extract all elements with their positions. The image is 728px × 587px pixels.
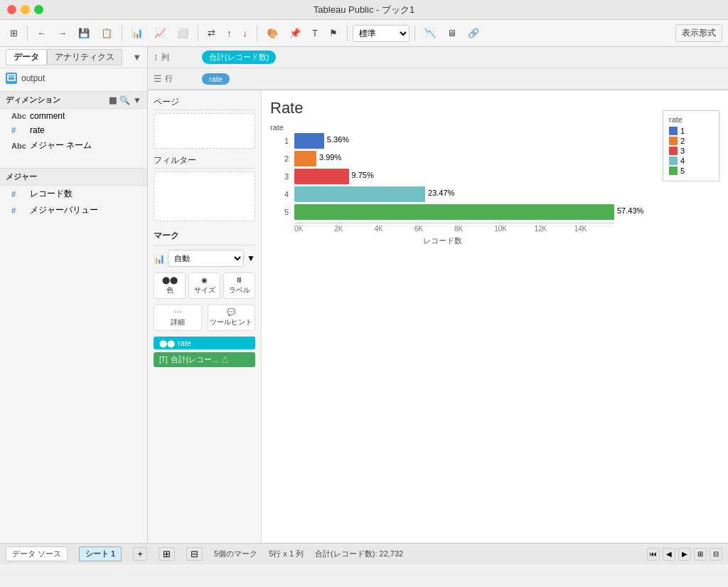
window-title: Tableau Public - ブック1 bbox=[314, 4, 414, 16]
text-btn[interactable]: T bbox=[308, 25, 322, 41]
sort-asc-button[interactable]: ↑ bbox=[223, 25, 236, 41]
color-marks-btn[interactable]: ⬤⬤ 色 bbox=[154, 273, 186, 299]
tab-data[interactable]: データ bbox=[6, 49, 47, 65]
label-label: ラベル bbox=[229, 285, 250, 295]
display-format-button[interactable]: 表示形式 bbox=[675, 24, 722, 42]
marks-dropdown-icon[interactable]: ▼ bbox=[247, 253, 255, 263]
marks-type-select[interactable]: 自動 bbox=[168, 250, 244, 267]
sum-pill-icon: [T] bbox=[159, 356, 168, 364]
size-icon: ◉ bbox=[201, 276, 208, 284]
legend-item-3: 3 bbox=[669, 147, 713, 155]
bar-area-2: 3.99% bbox=[294, 151, 614, 166]
shelf-area: ⫶ 列 合計(レコード数) ☰ 行 rate bbox=[148, 47, 728, 90]
sheet-tab[interactable]: シート 1 bbox=[79, 546, 122, 561]
data-source-row[interactable]: output bbox=[0, 68, 147, 88]
chart-type-btn[interactable]: 📉 bbox=[420, 25, 440, 41]
tooltip-marks-btn[interactable]: 💬 ツールヒント bbox=[208, 305, 256, 331]
legend-label-5: 5 bbox=[680, 166, 685, 175]
minimize-button[interactable] bbox=[21, 5, 30, 14]
rows-text: 行 bbox=[165, 73, 173, 84]
dim-comment[interactable]: Abc comment bbox=[0, 109, 147, 123]
view-select[interactable]: 標準 bbox=[353, 25, 410, 42]
sum-pill[interactable]: [T] 合計(レコー... △ bbox=[154, 352, 255, 367]
swap-button[interactable]: ⇄ bbox=[203, 25, 220, 41]
nav-next-button[interactable]: ▶ bbox=[678, 548, 691, 561]
legend-label-1: 1 bbox=[680, 127, 685, 135]
legend-box: rate 1 2 3 4 bbox=[663, 110, 719, 181]
bar-area-3: 9.75% bbox=[294, 169, 614, 184]
filter-drop-area[interactable] bbox=[154, 171, 255, 221]
dim-measure-name[interactable]: Abc メジャー ネーム bbox=[0, 137, 147, 154]
label-marks-btn[interactable]: Ⅲ ラベル bbox=[223, 273, 255, 299]
marks-header: マーク bbox=[154, 230, 255, 245]
x-tick-2k: 2K bbox=[334, 223, 374, 233]
dimensions-header: ディメンション ▦ 🔍 ▼ bbox=[0, 91, 147, 109]
forward-button[interactable]: → bbox=[53, 25, 71, 41]
rows-label: ☰ 行 bbox=[154, 73, 196, 84]
measure-type-hash1: # bbox=[11, 190, 26, 199]
chart-btn3[interactable]: ⬜ bbox=[173, 25, 193, 41]
mark-btn[interactable]: ⚑ bbox=[325, 25, 342, 41]
share-btn[interactable]: 🔗 bbox=[464, 25, 483, 41]
chart-btn2[interactable]: 📈 bbox=[150, 25, 170, 41]
new-sheet-button[interactable]: + bbox=[133, 547, 147, 561]
bar-row-1: 1 5.36% bbox=[282, 133, 614, 149]
bar-label-3: 3 bbox=[282, 172, 289, 181]
marks-type-row: 📊 自動 ▼ bbox=[154, 250, 255, 267]
grid-icon[interactable]: ⊞ bbox=[6, 25, 22, 41]
back-button[interactable]: ← bbox=[33, 25, 50, 41]
marks-buttons-grid: ⬤⬤ 色 ◉ サイズ Ⅲ ラベル bbox=[154, 273, 255, 299]
menu-icon[interactable]: ▼ bbox=[133, 95, 141, 105]
section-icons: ▦ 🔍 ▼ bbox=[109, 95, 141, 105]
legend-label-3: 3 bbox=[680, 147, 685, 155]
maximize-button[interactable] bbox=[34, 5, 43, 14]
legend-swatch-1 bbox=[669, 127, 678, 135]
device-btn[interactable]: 🖥 bbox=[443, 25, 461, 41]
nav-grid2-button[interactable]: ⊟ bbox=[710, 548, 722, 561]
toolbar-right: 表示形式 bbox=[675, 24, 722, 42]
chart-btn1[interactable]: 📊 bbox=[127, 25, 147, 41]
marks-detail-row: ⋯ 詳細 💬 ツールヒント bbox=[154, 305, 255, 331]
sep1 bbox=[27, 26, 28, 41]
measure-record-count[interactable]: # レコード数 bbox=[0, 186, 147, 202]
nav-prev-button[interactable]: ◀ bbox=[663, 548, 675, 561]
dim-type-abc2: Abc bbox=[11, 142, 26, 150]
sep6 bbox=[414, 26, 415, 41]
sheet-view-button[interactable]: ⊟ bbox=[186, 547, 203, 561]
nav-grid1-button[interactable]: ⊞ bbox=[694, 548, 707, 561]
workspace: ⫶ 列 合計(レコード数) ☰ 行 rate ページ bbox=[148, 47, 728, 543]
measure-measure-value[interactable]: # メジャーバリュー bbox=[0, 202, 147, 218]
new-datasource-button[interactable]: 📋 bbox=[97, 25, 117, 41]
pin-btn[interactable]: 📌 bbox=[285, 25, 305, 41]
columns-label: ⫶ 列 bbox=[154, 52, 196, 63]
panel-menu-icon[interactable]: ▼ bbox=[132, 52, 141, 63]
size-marks-btn[interactable]: ◉ サイズ bbox=[188, 273, 220, 299]
color-btn[interactable]: 🎨 bbox=[262, 25, 282, 41]
tooltip-label: ツールヒント bbox=[210, 317, 252, 327]
bar-pct-3: 9.75% bbox=[352, 171, 374, 179]
window-controls[interactable] bbox=[7, 5, 43, 14]
rate-pill[interactable]: ⬤⬤ rate bbox=[154, 337, 255, 349]
bar-pct-1: 5.36% bbox=[327, 135, 349, 144]
measures-header: メジャー bbox=[0, 168, 147, 186]
sep5 bbox=[347, 26, 348, 41]
nav-first-button[interactable]: ⏮ bbox=[647, 548, 660, 561]
rows-pill[interactable]: rate bbox=[202, 73, 230, 85]
columns-shelf: ⫶ 列 合計(レコード数) bbox=[148, 47, 728, 68]
search-icon[interactable]: 🔍 bbox=[119, 95, 130, 105]
columns-pill[interactable]: 合計(レコード数) bbox=[202, 51, 276, 64]
dim-rate[interactable]: # rate bbox=[0, 123, 147, 137]
data-source-tab[interactable]: データ ソース bbox=[6, 546, 68, 561]
close-button[interactable] bbox=[7, 5, 16, 14]
chart-container: Rate rate 1 5.36% bbox=[270, 99, 657, 534]
detail-marks-btn[interactable]: ⋯ 詳細 bbox=[154, 305, 202, 331]
sheet-grid-button[interactable]: ⊞ bbox=[159, 547, 175, 561]
toolbar: ⊞ ← → 💾 📋 📊 📈 ⬜ ⇄ ↑ ↓ 🎨 📌 T ⚑ 標準 📉 🖥 🔗 表… bbox=[0, 20, 728, 47]
sort-desc-button[interactable]: ↓ bbox=[239, 25, 252, 41]
bar-5 bbox=[294, 204, 614, 220]
dim-type-hash: # bbox=[11, 126, 26, 134]
save-button[interactable]: 💾 bbox=[74, 25, 94, 41]
grid-view-icon[interactable]: ▦ bbox=[109, 95, 117, 105]
tab-analytics[interactable]: アナリティクス bbox=[47, 49, 122, 65]
page-drop-area[interactable] bbox=[154, 113, 255, 149]
